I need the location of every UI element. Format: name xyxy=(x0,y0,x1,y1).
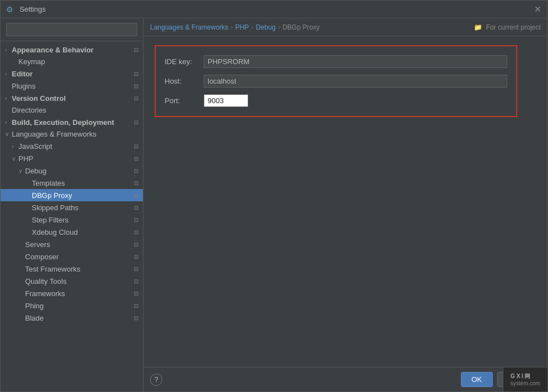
port-input[interactable] xyxy=(204,94,248,107)
sidebar-item-version-control[interactable]: › Version Control ⊡ xyxy=(1,92,143,104)
arrow-icon: › xyxy=(5,119,12,125)
sidebar-item-phing[interactable]: Phing ⊡ xyxy=(1,299,143,312)
sidebar-item-test-frameworks[interactable]: Test Frameworks ⊡ xyxy=(1,263,143,275)
sidebar-item-label: Appearance & Behavior xyxy=(12,46,94,54)
sidebar-item-label: Templates xyxy=(32,179,65,187)
breadcrumb-sep-2: › xyxy=(251,23,253,31)
port-label: Port: xyxy=(165,96,204,105)
breadcrumb-debug[interactable]: Debug xyxy=(256,23,275,31)
scope-icon: ⊡ xyxy=(132,240,141,249)
scope-icon: ⊡ xyxy=(132,215,141,224)
scope-icon: ⊡ xyxy=(132,166,141,175)
scope-icon: ⊡ xyxy=(132,277,141,285)
sidebar-item-quality-tools[interactable]: Quality Tools ⊡ xyxy=(1,275,143,287)
sidebar-item-label: Version Control xyxy=(12,94,66,103)
ide-key-input[interactable] xyxy=(204,55,507,68)
arrow-icon: › xyxy=(5,95,12,101)
sidebar-item-languages-frameworks[interactable]: ∨ Languages & Frameworks xyxy=(1,128,143,140)
scope-icon: ⊡ xyxy=(132,264,141,273)
sidebar-item-plugins[interactable]: Plugins ⊡ xyxy=(1,80,143,92)
sidebar-item-xdebug-cloud[interactable]: Xdebug Cloud ⊡ xyxy=(1,226,143,238)
sidebar-item-label: Composer xyxy=(25,253,59,261)
title-bar: ⚙ Settings ✕ xyxy=(1,1,547,18)
sidebar-item-label: Quality Tools xyxy=(25,277,66,285)
scope-icon: ⊡ xyxy=(132,301,141,310)
host-row: Host: xyxy=(165,75,507,88)
sidebar-item-servers[interactable]: Servers ⊡ xyxy=(1,238,143,250)
settings-content: IDE key: Host: Port: xyxy=(143,36,547,367)
sidebar-item-php[interactable]: ∨ PHP ⊡ xyxy=(1,152,143,164)
sidebar-item-appearance-behavior[interactable]: › Appearance & Behavior ⊡ xyxy=(1,43,143,56)
sidebar-item-templates[interactable]: Templates ⊡ xyxy=(1,177,143,189)
scope-icon: ⊡ xyxy=(132,69,141,78)
sidebar-item-blade[interactable]: Blade ⊡ xyxy=(1,312,143,324)
scope-icon: ⊡ xyxy=(132,203,141,212)
arrow-icon: ∨ xyxy=(18,168,25,174)
host-input[interactable] xyxy=(204,75,507,88)
sidebar-item-skipped-paths[interactable]: Skipped Paths ⊡ xyxy=(1,201,143,214)
sidebar-item-label: JavaScript xyxy=(18,142,52,151)
sidebar-item-build-execution-deployment[interactable]: › Build, Execution, Deployment ⊡ xyxy=(1,116,143,128)
main-panel: Languages & Frameworks › PHP › Debug › D… xyxy=(143,18,547,391)
sidebar-tree: › Appearance & Behavior ⊡ Keymap › Edito… xyxy=(1,41,143,391)
window-title: Settings xyxy=(20,5,533,13)
scope-icon: ⊡ xyxy=(132,118,141,127)
breadcrumb-sep-1: › xyxy=(230,23,233,31)
sidebar-item-directories[interactable]: Directories xyxy=(1,104,143,116)
watermark: G X I 网 system.com xyxy=(503,367,547,391)
sidebar-item-dbgp-proxy[interactable]: DBGp Proxy ⊡ xyxy=(1,189,143,201)
arrow-icon: ∨ xyxy=(12,156,18,162)
arrow-icon: ∨ xyxy=(5,131,12,137)
sidebar-item-label: DBGp Proxy xyxy=(32,191,72,200)
sidebar-item-label: Keymap xyxy=(18,57,45,66)
sidebar-item-label: Debug xyxy=(25,167,46,175)
ide-key-label: IDE key: xyxy=(165,57,204,66)
ok-button[interactable]: OK xyxy=(461,372,493,387)
for-current-project: 📁 For current project xyxy=(474,23,541,31)
sidebar-item-label: Servers xyxy=(25,240,50,249)
sidebar-item-label: Plugins xyxy=(12,82,36,90)
bottom-bar: ? OK Cancel xyxy=(143,367,547,391)
close-button[interactable]: ✕ xyxy=(533,5,542,14)
arrow-icon: › xyxy=(5,71,12,77)
sidebar-item-label: Editor xyxy=(12,70,33,78)
breadcrumb-php[interactable]: PHP xyxy=(235,23,249,31)
breadcrumb-sep-3: › xyxy=(278,23,280,31)
sidebar-item-label: Build, Execution, Deployment xyxy=(12,118,114,127)
watermark-line1: G X I 网 xyxy=(511,372,540,380)
scope-icon: ⊡ xyxy=(132,94,141,103)
dbgp-proxy-form: IDE key: Host: Port: xyxy=(155,45,517,117)
sidebar-item-label: Blade xyxy=(25,314,44,322)
scope-icon: ⊡ xyxy=(132,45,141,54)
sidebar-item-label: Languages & Frameworks xyxy=(12,130,97,138)
search-box xyxy=(1,18,143,41)
arrow-icon: › xyxy=(5,47,12,53)
scope-icon: ⊡ xyxy=(132,154,141,163)
sidebar-item-label: Step Filters xyxy=(32,216,69,224)
sidebar-item-composer[interactable]: Composer ⊡ xyxy=(1,250,143,263)
help-button[interactable]: ? xyxy=(150,374,162,386)
sidebar-item-step-filters[interactable]: Step Filters ⊡ xyxy=(1,214,143,226)
sidebar-item-debug[interactable]: ∨ Debug ⊡ xyxy=(1,164,143,177)
scope-icon: ⊡ xyxy=(132,289,141,298)
scope-icon: ⊡ xyxy=(132,228,141,236)
search-input[interactable] xyxy=(6,23,137,36)
sidebar-item-label: Directories xyxy=(12,106,46,114)
scope-icon: ⊡ xyxy=(132,252,141,261)
watermark-line2: system.com xyxy=(511,380,540,386)
sidebar-item-javascript[interactable]: › JavaScript ⊡ xyxy=(1,140,143,152)
scope-icon: ⊡ xyxy=(132,191,141,200)
sidebar-item-label: Xdebug Cloud xyxy=(32,228,78,236)
sidebar-item-label: Skipped Paths xyxy=(32,204,79,212)
scope-icon: ⊡ xyxy=(132,313,141,322)
port-row: Port: xyxy=(165,94,507,107)
ide-key-row: IDE key: xyxy=(165,55,507,68)
arrow-icon: › xyxy=(12,143,18,149)
breadcrumb-languages-frameworks[interactable]: Languages & Frameworks xyxy=(150,23,228,31)
sidebar: › Appearance & Behavior ⊡ Keymap › Edito… xyxy=(1,18,143,391)
scope-icon: ⊡ xyxy=(132,142,141,151)
sidebar-item-keymap[interactable]: Keymap xyxy=(1,56,143,67)
sidebar-item-label: Frameworks xyxy=(25,289,65,298)
sidebar-item-editor[interactable]: › Editor ⊡ xyxy=(1,67,143,80)
sidebar-item-frameworks[interactable]: Frameworks ⊡ xyxy=(1,287,143,299)
